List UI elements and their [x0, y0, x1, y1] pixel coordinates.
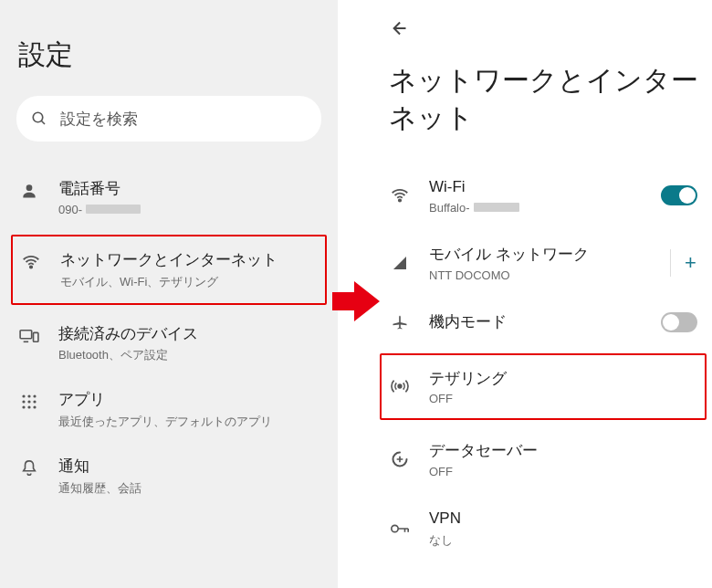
- header: [385, 0, 701, 47]
- devices-icon: [18, 325, 40, 347]
- row-sub: モバイル、Wi-Fi、テザリング: [60, 274, 318, 290]
- svg-line-1: [41, 121, 45, 124]
- signal-icon: [389, 252, 411, 274]
- svg-point-12: [33, 401, 36, 404]
- network-item-tethering[interactable]: テザリング OFF: [383, 362, 703, 412]
- svg-rect-5: [34, 332, 38, 341]
- bell-icon: [18, 457, 40, 479]
- row-body: モバイル ネットワーク NTT DOCOMO: [429, 244, 652, 282]
- row-sub: Bluetooth、ペア設定: [58, 347, 319, 363]
- svg-point-0: [33, 112, 43, 122]
- svg-point-18: [392, 525, 398, 531]
- page-title: 設定: [16, 0, 321, 96]
- network-item-airplane[interactable]: 機内モード: [385, 297, 701, 348]
- vpn-icon: [389, 518, 411, 540]
- row-body: 機内モード: [429, 311, 643, 333]
- svg-point-16: [399, 199, 401, 201]
- airplane-toggle[interactable]: [661, 312, 697, 332]
- row-body: テザリング OFF: [429, 368, 697, 406]
- row-title: Wi-Fi: [429, 176, 643, 198]
- row-title: テザリング: [429, 368, 697, 390]
- back-icon[interactable]: [391, 18, 696, 38]
- row-title: 電話番号: [58, 178, 319, 200]
- wifi-icon: [389, 184, 411, 206]
- row-title: モバイル ネットワーク: [429, 244, 652, 266]
- row-title: 接続済みのデバイス: [58, 323, 319, 345]
- svg-point-2: [26, 184, 33, 191]
- highlight-tethering: テザリング OFF: [380, 353, 707, 421]
- row-sub: 090-: [58, 203, 319, 216]
- wifi-toggle[interactable]: [661, 185, 697, 205]
- row-sub: なし: [429, 532, 697, 549]
- row-body: データセーバー OFF: [429, 440, 697, 478]
- settings-item-devices[interactable]: 接続済みのデバイス Bluetooth、ペア設定: [16, 310, 321, 377]
- highlight-network: ネットワークとインターネット モバイル、Wi-Fi、テザリング: [11, 235, 327, 305]
- row-body: ネットワークとインターネット モバイル、Wi-Fi、テザリング: [60, 249, 318, 290]
- row-body: 通知 通知履歴、会話: [58, 456, 319, 497]
- row-title: データセーバー: [429, 440, 697, 462]
- row-title: アプリ: [58, 389, 319, 411]
- svg-point-3: [30, 266, 32, 268]
- row-body: 接続済みのデバイス Bluetooth、ペア設定: [58, 323, 319, 364]
- row-body: アプリ 最近使ったアプリ、デフォルトのアプリ: [58, 389, 319, 430]
- row-sub: Buffalo-: [429, 201, 643, 215]
- search-placeholder: 設定を検索: [60, 109, 138, 130]
- row-sub: NTT DOCOMO: [429, 268, 652, 282]
- row-title: 通知: [58, 456, 319, 478]
- settings-item-network[interactable]: ネットワークとインターネット モバイル、Wi-Fi、テザリング: [15, 244, 323, 296]
- svg-point-14: [27, 406, 30, 409]
- svg-point-15: [33, 406, 36, 409]
- person-icon: [18, 180, 40, 202]
- redacted-text: [86, 205, 141, 214]
- svg-point-7: [22, 395, 25, 398]
- settings-item-notifications[interactable]: 通知 通知履歴、会話: [16, 443, 321, 509]
- row-sub: 最近使ったアプリ、デフォルトのアプリ: [58, 414, 319, 430]
- settings-pane: 設定 設定を検索 電話番号 090- ネットワークとインターネット モバイル、W…: [0, 0, 338, 588]
- row-body: 電話番号 090-: [58, 178, 319, 216]
- wifi-icon: [20, 251, 42, 273]
- settings-item-apps[interactable]: アプリ 最近使ったアプリ、デフォルトのアプリ: [16, 376, 321, 443]
- row-sub: OFF: [429, 392, 697, 405]
- network-item-mobile[interactable]: モバイル ネットワーク NTT DOCOMO +: [385, 229, 701, 297]
- row-title: 機内モード: [429, 311, 643, 333]
- network-item-wifi[interactable]: Wi-Fi Buffalo-: [385, 162, 701, 229]
- network-pane: ネットワークとインターネット Wi-Fi Buffalo- モバイル ネットワー…: [374, 0, 712, 588]
- hotspot-icon: [389, 375, 411, 397]
- page-title: ネットワークとインターネット: [385, 47, 701, 162]
- svg-rect-4: [20, 330, 32, 338]
- network-item-datasaver[interactable]: データセーバー OFF: [385, 425, 701, 493]
- arrow-indicator: [330, 274, 382, 329]
- apps-icon: [18, 391, 40, 413]
- row-title: ネットワークとインターネット: [60, 249, 318, 271]
- row-body: VPN なし: [429, 508, 697, 549]
- row-sub: 通知履歴、会話: [58, 480, 319, 497]
- row-sub: OFF: [429, 465, 697, 478]
- network-item-vpn[interactable]: VPN なし: [385, 493, 701, 563]
- svg-point-10: [22, 401, 25, 404]
- svg-point-8: [27, 395, 30, 398]
- datasaver-icon: [389, 448, 411, 470]
- row-title: VPN: [429, 508, 697, 530]
- redacted-text: [474, 203, 519, 212]
- row-body: Wi-Fi Buffalo-: [429, 176, 643, 215]
- search-box[interactable]: 設定を検索: [16, 96, 321, 142]
- search-icon: [31, 110, 47, 127]
- settings-item-phone[interactable]: 電話番号 090-: [16, 165, 321, 229]
- svg-point-17: [398, 385, 402, 389]
- svg-point-11: [27, 401, 30, 404]
- airplane-icon: [389, 311, 411, 333]
- svg-point-13: [22, 406, 25, 409]
- add-sim-button[interactable]: +: [670, 249, 697, 277]
- svg-point-9: [33, 395, 36, 398]
